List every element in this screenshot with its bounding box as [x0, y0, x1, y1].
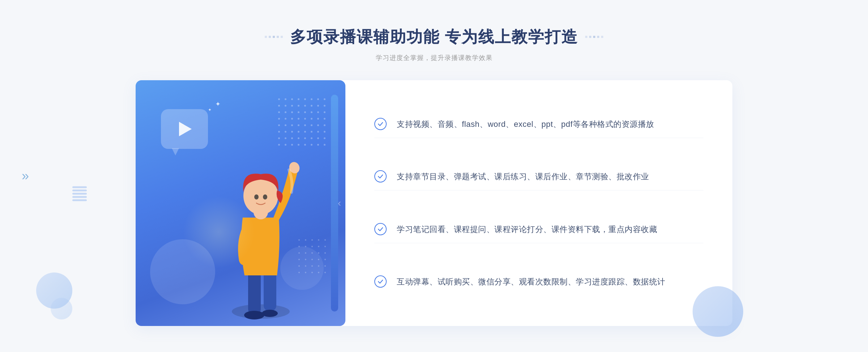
left-arrow-decoration: »: [22, 168, 29, 184]
feature-text-4: 互动弹幕、试听购买、微信分享、观看次数限制、学习进度跟踪、数据统计: [397, 275, 665, 288]
play-bubble: [161, 109, 208, 149]
check-circle-2: [374, 170, 387, 183]
feature-text-3: 学习笔记回看、课程提问、课程评论打分、课件资料下载，重点内容收藏: [397, 223, 657, 236]
illus-dots-top: [278, 98, 327, 147]
light-glow: [183, 196, 255, 268]
svg-point-4: [262, 310, 278, 317]
check-circle-4: [374, 275, 387, 288]
main-title: 多项录播课辅助功能 专为线上教学打造: [290, 26, 578, 48]
title-row: 多项录播课辅助功能 专为线上教学打造: [265, 26, 603, 48]
deco-circle-bottom-right: [693, 286, 743, 337]
play-triangle-icon: [179, 122, 192, 136]
svg-point-9: [263, 194, 267, 199]
feature-text-2: 支持章节目录、弹题考试、课后练习、课后作业、章节测验、批改作业: [397, 170, 649, 183]
title-decoration-right: [585, 36, 603, 38]
content-card: ✦ ✦ «: [136, 80, 732, 326]
subtitle: 学习进度全掌握，提升录播课教学效果: [376, 53, 493, 62]
check-circle-1: [374, 118, 387, 130]
feature-item-3: 学习笔记回看、课程提问、课程评论打分、课件资料下载，重点内容收藏: [374, 216, 703, 243]
feature-item-1: 支持视频、音频、flash、word、excel、ppt、pdf等各种格式的资源…: [374, 111, 703, 138]
left-stripe-decoration: [72, 186, 87, 201]
title-decoration-left: [265, 36, 283, 38]
header-section: 多项录播课辅助功能 专为线上教学打造 学习进度全掌握，提升录播课教学效果: [0, 26, 868, 62]
deco-circle-left-small: [51, 298, 72, 319]
feature-item-2: 支持章节目录、弹题考试、课后练习、课后作业、章节测验、批改作业: [374, 163, 703, 190]
illustration-area: ✦ ✦ «: [136, 80, 345, 326]
check-circle-3: [374, 223, 387, 235]
sparkle-1: ✦: [215, 100, 221, 108]
svg-point-3: [244, 311, 264, 319]
feature-text-1: 支持视频、音频、flash、word、excel、ppt、pdf等各种格式的资源…: [397, 118, 654, 130]
svg-point-8: [254, 194, 259, 199]
page-wrapper: » 多项录播课辅助功能 专为线上教学打造 学习进度全掌握，提升录播课教学效果: [0, 0, 868, 352]
blue-strip: [331, 95, 338, 312]
features-area: 支持视频、音频、flash、word、excel、ppt、pdf等各种格式的资源…: [345, 80, 732, 326]
feature-item-4: 互动弹幕、试听购买、微信分享、观看次数限制、学习进度跟踪、数据统计: [374, 268, 703, 295]
sparkle-2: ✦: [208, 107, 212, 112]
